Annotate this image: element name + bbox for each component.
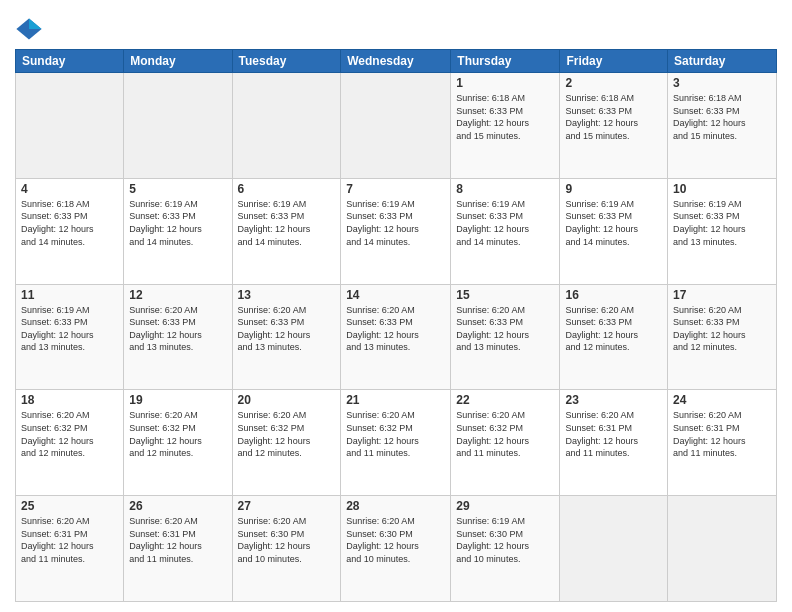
calendar-cell: 4Sunrise: 6:18 AM Sunset: 6:33 PM Daylig… [16,178,124,284]
day-info: Sunrise: 6:20 AM Sunset: 6:30 PM Dayligh… [346,515,445,565]
day-info: Sunrise: 6:18 AM Sunset: 6:33 PM Dayligh… [21,198,118,248]
calendar-cell: 21Sunrise: 6:20 AM Sunset: 6:32 PM Dayli… [341,390,451,496]
header [15,10,777,43]
calendar-cell [341,73,451,179]
calendar-cell: 28Sunrise: 6:20 AM Sunset: 6:30 PM Dayli… [341,496,451,602]
calendar-cell: 10Sunrise: 6:19 AM Sunset: 6:33 PM Dayli… [668,178,777,284]
day-info: Sunrise: 6:19 AM Sunset: 6:33 PM Dayligh… [21,304,118,354]
day-info: Sunrise: 6:18 AM Sunset: 6:33 PM Dayligh… [565,92,662,142]
day-info: Sunrise: 6:18 AM Sunset: 6:33 PM Dayligh… [456,92,554,142]
calendar-cell: 27Sunrise: 6:20 AM Sunset: 6:30 PM Dayli… [232,496,341,602]
calendar-cell: 15Sunrise: 6:20 AM Sunset: 6:33 PM Dayli… [451,284,560,390]
day-info: Sunrise: 6:20 AM Sunset: 6:33 PM Dayligh… [346,304,445,354]
calendar-cell: 25Sunrise: 6:20 AM Sunset: 6:31 PM Dayli… [16,496,124,602]
day-info: Sunrise: 6:19 AM Sunset: 6:33 PM Dayligh… [565,198,662,248]
calendar-body: 1Sunrise: 6:18 AM Sunset: 6:33 PM Daylig… [16,73,777,602]
logo-icon [15,15,43,43]
day-number: 19 [129,393,226,407]
day-header-friday: Friday [560,50,668,73]
calendar-cell: 12Sunrise: 6:20 AM Sunset: 6:33 PM Dayli… [124,284,232,390]
calendar-cell: 24Sunrise: 6:20 AM Sunset: 6:31 PM Dayli… [668,390,777,496]
day-number: 20 [238,393,336,407]
svg-marker-1 [29,19,42,30]
calendar-cell: 20Sunrise: 6:20 AM Sunset: 6:32 PM Dayli… [232,390,341,496]
calendar-cell: 9Sunrise: 6:19 AM Sunset: 6:33 PM Daylig… [560,178,668,284]
day-info: Sunrise: 6:20 AM Sunset: 6:33 PM Dayligh… [456,304,554,354]
day-header-monday: Monday [124,50,232,73]
calendar-cell: 8Sunrise: 6:19 AM Sunset: 6:33 PM Daylig… [451,178,560,284]
day-info: Sunrise: 6:19 AM Sunset: 6:33 PM Dayligh… [673,198,771,248]
day-header-tuesday: Tuesday [232,50,341,73]
day-info: Sunrise: 6:20 AM Sunset: 6:32 PM Dayligh… [346,409,445,459]
day-number: 11 [21,288,118,302]
calendar-table: SundayMondayTuesdayWednesdayThursdayFrid… [15,49,777,602]
day-info: Sunrise: 6:20 AM Sunset: 6:30 PM Dayligh… [238,515,336,565]
day-number: 15 [456,288,554,302]
logo [15,15,47,43]
day-info: Sunrise: 6:20 AM Sunset: 6:32 PM Dayligh… [238,409,336,459]
week-row-1: 4Sunrise: 6:18 AM Sunset: 6:33 PM Daylig… [16,178,777,284]
day-number: 16 [565,288,662,302]
day-info: Sunrise: 6:19 AM Sunset: 6:33 PM Dayligh… [129,198,226,248]
day-number: 5 [129,182,226,196]
calendar-cell: 26Sunrise: 6:20 AM Sunset: 6:31 PM Dayli… [124,496,232,602]
day-info: Sunrise: 6:20 AM Sunset: 6:33 PM Dayligh… [129,304,226,354]
day-info: Sunrise: 6:20 AM Sunset: 6:31 PM Dayligh… [21,515,118,565]
calendar-cell [560,496,668,602]
calendar-cell: 17Sunrise: 6:20 AM Sunset: 6:33 PM Dayli… [668,284,777,390]
day-number: 2 [565,76,662,90]
page: SundayMondayTuesdayWednesdayThursdayFrid… [0,0,792,612]
day-number: 9 [565,182,662,196]
day-info: Sunrise: 6:18 AM Sunset: 6:33 PM Dayligh… [673,92,771,142]
calendar-cell: 5Sunrise: 6:19 AM Sunset: 6:33 PM Daylig… [124,178,232,284]
day-info: Sunrise: 6:20 AM Sunset: 6:31 PM Dayligh… [673,409,771,459]
day-number: 12 [129,288,226,302]
day-number: 25 [21,499,118,513]
day-info: Sunrise: 6:20 AM Sunset: 6:32 PM Dayligh… [456,409,554,459]
day-number: 18 [21,393,118,407]
calendar-cell: 6Sunrise: 6:19 AM Sunset: 6:33 PM Daylig… [232,178,341,284]
header-row: SundayMondayTuesdayWednesdayThursdayFrid… [16,50,777,73]
day-header-sunday: Sunday [16,50,124,73]
day-number: 27 [238,499,336,513]
day-info: Sunrise: 6:19 AM Sunset: 6:33 PM Dayligh… [238,198,336,248]
calendar-cell: 29Sunrise: 6:19 AM Sunset: 6:30 PM Dayli… [451,496,560,602]
day-number: 10 [673,182,771,196]
day-number: 1 [456,76,554,90]
calendar-cell [124,73,232,179]
day-info: Sunrise: 6:20 AM Sunset: 6:33 PM Dayligh… [238,304,336,354]
day-number: 14 [346,288,445,302]
day-number: 29 [456,499,554,513]
calendar-cell: 19Sunrise: 6:20 AM Sunset: 6:32 PM Dayli… [124,390,232,496]
day-number: 22 [456,393,554,407]
day-number: 3 [673,76,771,90]
day-info: Sunrise: 6:20 AM Sunset: 6:31 PM Dayligh… [565,409,662,459]
day-number: 21 [346,393,445,407]
calendar-cell: 13Sunrise: 6:20 AM Sunset: 6:33 PM Dayli… [232,284,341,390]
day-number: 17 [673,288,771,302]
day-info: Sunrise: 6:19 AM Sunset: 6:33 PM Dayligh… [346,198,445,248]
day-number: 28 [346,499,445,513]
calendar-header: SundayMondayTuesdayWednesdayThursdayFrid… [16,50,777,73]
calendar-cell: 23Sunrise: 6:20 AM Sunset: 6:31 PM Dayli… [560,390,668,496]
week-row-4: 25Sunrise: 6:20 AM Sunset: 6:31 PM Dayli… [16,496,777,602]
day-info: Sunrise: 6:20 AM Sunset: 6:32 PM Dayligh… [129,409,226,459]
day-number: 23 [565,393,662,407]
day-number: 7 [346,182,445,196]
day-info: Sunrise: 6:20 AM Sunset: 6:33 PM Dayligh… [565,304,662,354]
day-info: Sunrise: 6:19 AM Sunset: 6:33 PM Dayligh… [456,198,554,248]
week-row-3: 18Sunrise: 6:20 AM Sunset: 6:32 PM Dayli… [16,390,777,496]
day-number: 24 [673,393,771,407]
day-info: Sunrise: 6:20 AM Sunset: 6:31 PM Dayligh… [129,515,226,565]
calendar-cell: 1Sunrise: 6:18 AM Sunset: 6:33 PM Daylig… [451,73,560,179]
calendar-cell: 11Sunrise: 6:19 AM Sunset: 6:33 PM Dayli… [16,284,124,390]
week-row-0: 1Sunrise: 6:18 AM Sunset: 6:33 PM Daylig… [16,73,777,179]
day-header-wednesday: Wednesday [341,50,451,73]
week-row-2: 11Sunrise: 6:19 AM Sunset: 6:33 PM Dayli… [16,284,777,390]
calendar-cell: 2Sunrise: 6:18 AM Sunset: 6:33 PM Daylig… [560,73,668,179]
day-number: 6 [238,182,336,196]
calendar-cell: 14Sunrise: 6:20 AM Sunset: 6:33 PM Dayli… [341,284,451,390]
calendar-cell: 18Sunrise: 6:20 AM Sunset: 6:32 PM Dayli… [16,390,124,496]
day-header-thursday: Thursday [451,50,560,73]
calendar-cell: 16Sunrise: 6:20 AM Sunset: 6:33 PM Dayli… [560,284,668,390]
